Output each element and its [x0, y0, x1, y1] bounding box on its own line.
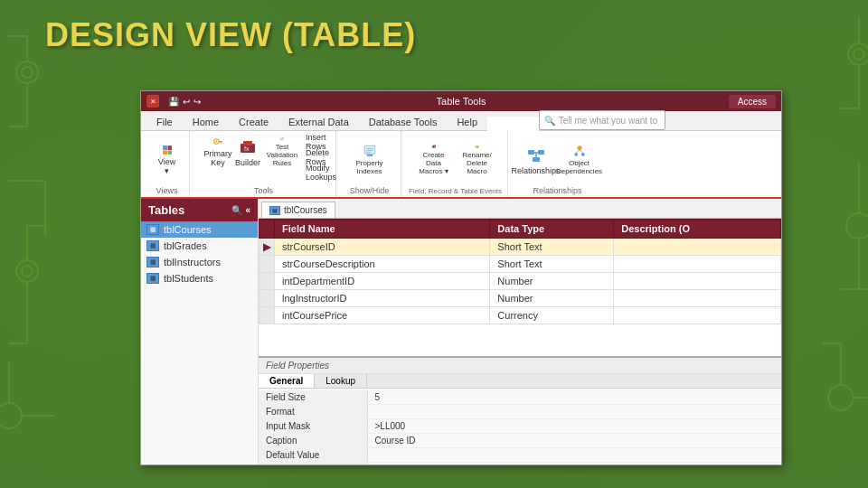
quick-access-redo[interactable]: ↪: [193, 97, 201, 107]
fp-tab-general[interactable]: General: [259, 374, 315, 388]
table-row[interactable]: intDepartmentID Number: [259, 273, 781, 290]
object-dependencies-button[interactable]: ObjectDependencies: [559, 143, 599, 177]
field-name-2[interactable]: strCourseDescription: [275, 256, 490, 273]
svg-rect-42: [280, 137, 284, 140]
description-5[interactable]: [614, 307, 781, 324]
tab-external-data[interactable]: External Data: [278, 114, 359, 130]
object-dependencies-label: ObjectDependencies: [556, 159, 602, 175]
row-marker-5: [259, 307, 275, 324]
content-tab-tblcourses[interactable]: ▦ tblCourses: [261, 202, 335, 218]
data-type-4[interactable]: Number: [490, 290, 614, 307]
tab-design[interactable]: Design: [487, 117, 539, 131]
sidebar-item-tblstudents[interactable]: ▦ tblStudents: [141, 270, 258, 286]
search-box[interactable]: 🔍 Tell me what you want to: [539, 110, 665, 130]
insert-rows-button[interactable]: Insert Rows: [303, 135, 323, 149]
svg-point-1: [22, 67, 33, 78]
page-title: DESIGN VIEW (TABLE): [0, 0, 868, 63]
title-bar-context-label: Access: [729, 95, 776, 108]
fp-prop-name-6: Validation Rule: [259, 463, 367, 465]
fp-row: Default Value: [259, 448, 781, 463]
ribbon-body: View ▾ Views PrimaryKey: [141, 131, 781, 199]
fp-prop-value-6[interactable]: [367, 463, 781, 465]
create-data-macros-button[interactable]: Create DataMacros ▾: [413, 143, 454, 177]
sidebar-item-tblgrades[interactable]: ▦ tblGrades: [141, 238, 258, 254]
fp-prop-value-1[interactable]: 5: [367, 390, 781, 405]
rename-delete-macro-button[interactable]: Rename/Delete Macro: [457, 143, 497, 177]
sidebar-item-tblstudents-label: tblStudents: [164, 273, 213, 284]
row-marker-2: [259, 256, 275, 273]
fp-prop-value-5[interactable]: [367, 448, 781, 463]
tools-group-label: Tools: [254, 186, 273, 195]
svg-rect-53: [364, 145, 374, 154]
relationships-label: Relationships: [512, 166, 561, 175]
data-type-3[interactable]: Number: [490, 273, 614, 290]
view-label: View ▾: [156, 157, 179, 175]
table-row[interactable]: lngInstructorID Number: [259, 290, 781, 307]
description-2[interactable]: [614, 256, 781, 273]
tab-home[interactable]: Home: [183, 114, 229, 130]
property-indexes-button[interactable]: Property Indexes: [344, 143, 394, 177]
sidebar-item-tblcourses[interactable]: ▦ tblCourses: [141, 221, 258, 238]
table-row[interactable]: ▶ strCourseID Short Text: [259, 239, 781, 256]
tab-file[interactable]: File: [146, 114, 183, 130]
row-marker-1: ▶: [259, 239, 275, 256]
sidebar-item-tblinstructors[interactable]: ▦ tblInstructors: [141, 254, 258, 270]
col-data-type: Data Type: [490, 220, 614, 239]
sidebar-collapse-icon[interactable]: «: [245, 205, 250, 215]
field-name-4[interactable]: lngInstructorID: [275, 290, 490, 307]
field-name-3[interactable]: intDepartmentID: [275, 273, 490, 290]
ribbon-group-showhide: Property Indexes Show/Hide: [338, 131, 401, 197]
tab-help[interactable]: Help: [447, 114, 487, 130]
field-name-5[interactable]: intCoursePrice: [275, 307, 490, 324]
property-indexes-label: Property Indexes: [346, 159, 392, 175]
quick-access-undo[interactable]: ↩: [183, 97, 190, 107]
field-name-1[interactable]: strCourseID: [275, 239, 490, 256]
table-icon-tblgrades: ▦: [146, 240, 159, 251]
table-row[interactable]: intCoursePrice Currency: [259, 307, 781, 324]
builder-label: Builder: [235, 158, 260, 167]
fp-prop-name-5: Default Value: [259, 448, 367, 463]
fp-row: Field Size 5: [259, 390, 781, 405]
main-area: Tables 🔍 « ▦ tblCourses ▦ tblGrades ▦ tb…: [141, 199, 781, 465]
access-window: ✕ 💾 ↩ ↪ Table Tools Access File Home Cre…: [140, 90, 782, 465]
field-properties-panel: Field Properties General Lookup Field Si…: [259, 356, 781, 465]
field-props-tabs: General Lookup: [259, 374, 781, 389]
table-row[interactable]: strCourseDescription Short Text: [259, 256, 781, 273]
modify-lookups-button[interactable]: Modify Lookups: [303, 165, 323, 180]
description-1[interactable]: [614, 239, 781, 256]
description-3[interactable]: [614, 273, 781, 290]
data-type-1[interactable]: Short Text: [490, 239, 614, 256]
ribbon-group-relationships: Relationships ObjectDependencies Relatio…: [510, 131, 605, 197]
quick-access-save[interactable]: 💾: [168, 97, 179, 107]
primary-key-button[interactable]: PrimaryKey: [204, 135, 231, 169]
relationships-button[interactable]: Relationships: [515, 143, 556, 177]
ribbon-group-views-content: View ▾: [154, 135, 181, 184]
data-type-2[interactable]: Short Text: [490, 256, 614, 273]
title-bar: ✕ 💾 ↩ ↪ Table Tools Access: [141, 91, 781, 111]
table-container: Field Name Data Type Description (O ▶ st…: [259, 219, 781, 356]
data-type-5[interactable]: Currency: [490, 307, 614, 324]
svg-rect-69: [538, 150, 544, 155]
sidebar-search-icon[interactable]: 🔍: [231, 205, 242, 215]
fp-prop-value-4[interactable]: Course ID: [367, 434, 781, 448]
svg-rect-31: [167, 145, 171, 150]
svg-point-26: [828, 385, 854, 410]
fp-prop-name-2: Format: [259, 405, 367, 419]
fp-prop-value-3[interactable]: >LL000: [367, 419, 781, 434]
tab-database-tools[interactable]: Database Tools: [359, 114, 448, 130]
delete-rows-button[interactable]: Delete Rows: [303, 150, 323, 164]
fp-tab-lookup[interactable]: Lookup: [315, 374, 367, 388]
svg-point-35: [215, 140, 217, 142]
view-button[interactable]: View ▾: [154, 143, 181, 177]
field-properties-table: Field Size 5 Format Input Mask >LL000: [259, 390, 781, 465]
fp-prop-value-2[interactable]: [367, 405, 781, 419]
description-4[interactable]: [614, 290, 781, 307]
tab-create[interactable]: Create: [229, 114, 278, 130]
fp-row: Input Mask >LL000: [259, 419, 781, 434]
close-button[interactable]: ✕: [146, 95, 159, 108]
svg-point-75: [580, 152, 584, 155]
test-validation-rules-button[interactable]: Test ValidationRules: [264, 135, 300, 169]
content-tabs: ▦ tblCourses: [259, 199, 781, 219]
circuit-decoration-right: [814, 0, 868, 488]
builder-button[interactable]: fx Builder: [234, 135, 261, 169]
